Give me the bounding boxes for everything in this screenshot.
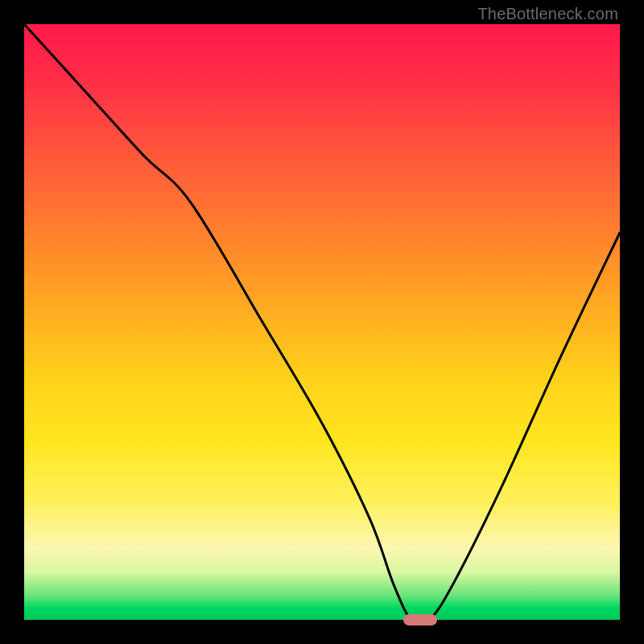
optimal-marker <box>403 614 437 625</box>
chart-frame: TheBottleneck.com <box>0 0 644 644</box>
curve-svg <box>24 24 620 620</box>
watermark-text: TheBottleneck.com <box>477 5 618 23</box>
plot-area <box>24 24 620 620</box>
bottleneck-curve-path <box>24 24 620 620</box>
